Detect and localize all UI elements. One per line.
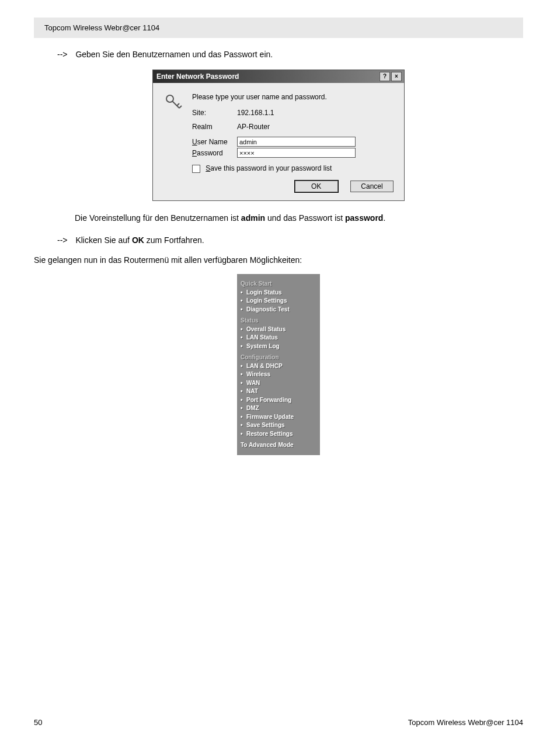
- defaults-text: Die Voreinstellung für den Benutzernamen…: [75, 213, 523, 224]
- footer-title: Topcom Wireless Webr@cer 1104: [408, 718, 523, 727]
- site-label: Site:: [192, 108, 236, 117]
- menu-section-configuration: Configuration: [241, 353, 316, 362]
- username-label: User Name: [192, 136, 236, 147]
- instruction-line-2: --> Klicken Sie auf OK zum Fortfahren.: [57, 235, 523, 245]
- footer: 50 Topcom Wireless Webr@cer 1104: [34, 718, 523, 727]
- menu-item[interactable]: System Log: [241, 342, 316, 351]
- save-password-checkbox[interactable]: [192, 165, 200, 173]
- instruction-text-1: Geben Sie den Benutzernamen und das Pass…: [75, 50, 273, 59]
- menu-section-quickstart: Quick Start: [241, 280, 316, 288]
- menu-item[interactable]: LAN & DHCP: [241, 362, 316, 370]
- help-button[interactable]: ?: [380, 72, 390, 81]
- menu-advanced-mode[interactable]: To Advanced Mode: [241, 441, 316, 449]
- menu-item[interactable]: Restore Settings: [241, 430, 316, 438]
- dialog-title: Enter Network Password: [156, 72, 378, 81]
- save-password-label: Save this password in your password list: [206, 164, 332, 172]
- menu-item[interactable]: Login Settings: [241, 297, 316, 305]
- arrow-icon: -->: [57, 235, 68, 245]
- password-label: Password: [192, 147, 236, 158]
- menu-item[interactable]: WAN: [241, 379, 316, 387]
- network-password-dialog: Enter Network Password ? × Please type y…: [152, 70, 405, 201]
- instruction-line-1: --> Geben Sie den Benutzernamen und das …: [57, 50, 523, 59]
- menu-item[interactable]: LAN Status: [241, 334, 316, 342]
- menu-item[interactable]: DMZ: [241, 404, 316, 412]
- header-bar: Topcom Wireless Webr@cer 1104: [34, 18, 523, 38]
- dialog-titlebar: Enter Network Password ? ×: [153, 70, 404, 83]
- instruction-line-3: Sie gelangen nun in das Routermenü mit a…: [34, 255, 523, 265]
- svg-line-2: [177, 103, 179, 106]
- menu-item[interactable]: Port Forwarding: [241, 396, 316, 404]
- realm-label: Realm: [192, 122, 236, 131]
- realm-value: AP-Router: [236, 122, 356, 131]
- header-title: Topcom Wireless Webr@cer 1104: [44, 23, 159, 32]
- menu-item[interactable]: Overall Status: [241, 325, 316, 334]
- menu-item[interactable]: Diagnostic Test: [241, 306, 316, 314]
- key-icon: [164, 93, 183, 112]
- menu-item[interactable]: Login Status: [241, 289, 316, 297]
- menu-item[interactable]: Firmware Update: [241, 413, 316, 421]
- ok-button[interactable]: OK: [295, 181, 338, 192]
- password-input[interactable]: [237, 148, 356, 158]
- router-menu: Quick Start Login Status Login Settings …: [237, 274, 320, 455]
- username-input[interactable]: [237, 137, 356, 147]
- menu-item[interactable]: Wireless: [241, 370, 316, 379]
- arrow-icon: -->: [57, 50, 68, 59]
- close-button[interactable]: ×: [391, 72, 402, 81]
- svg-line-3: [179, 106, 182, 108]
- cancel-button[interactable]: Cancel: [350, 181, 394, 192]
- page-number: 50: [34, 718, 42, 727]
- dialog-prompt: Please type your user name and password.: [192, 92, 356, 108]
- menu-section-status: Status: [241, 317, 316, 325]
- menu-item[interactable]: Save Settings: [241, 421, 316, 429]
- site-value: 192.168.1.1: [236, 108, 356, 117]
- menu-item[interactable]: NAT: [241, 387, 316, 396]
